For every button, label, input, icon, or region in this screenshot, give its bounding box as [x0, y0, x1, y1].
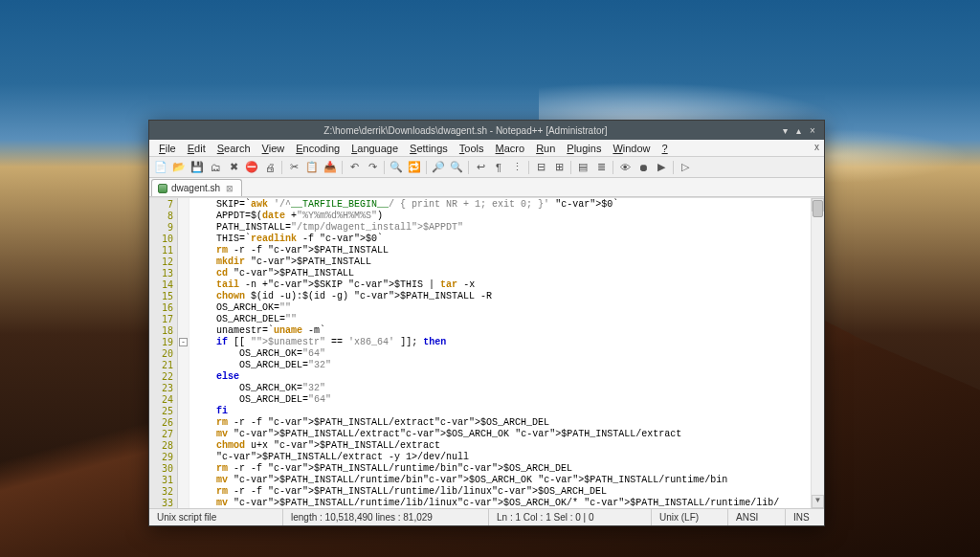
undo-button[interactable]: ↶ [345, 159, 363, 176]
code-line[interactable]: "c-var">$PATH_INSTALL/extract -y 1>/dev/… [193, 452, 824, 463]
file-tab[interactable]: dwagent.sh ⊠ [151, 179, 242, 196]
redo-button[interactable]: ↷ [364, 159, 381, 176]
code-line[interactable]: if [[ "">$unamestr" == 'x86_64' ]]; then [193, 337, 824, 348]
line-number: 22 [149, 371, 173, 383]
zoom-in-button[interactable]: 🔎 [430, 159, 447, 176]
maximize-button[interactable]: ▴ [791, 125, 805, 136]
code-line[interactable]: rm -r -f "c-var">$PATH_INSTALL/extract"c… [193, 417, 824, 429]
status-eol: Unix (LF) [652, 509, 728, 525]
code-line[interactable]: OS_ARCH_OK="32" [193, 383, 824, 394]
menu-edit[interactable]: Edit [182, 143, 212, 154]
line-number: 21 [149, 360, 173, 371]
menu-macro[interactable]: Macro [490, 143, 531, 154]
open-button[interactable]: 📂 [170, 159, 188, 176]
code-line[interactable]: chown $(id -u):$(id -g) "c-var">$PATH_IN… [193, 291, 824, 302]
desktop-wallpaper: Z:\home\derrik\Downloads\dwagent.sh - No… [0, 0, 980, 557]
tab-label: dwagent.sh [171, 183, 220, 193]
line-number: 28 [149, 440, 173, 452]
monitor-button[interactable]: 👁 [616, 159, 634, 176]
code-line[interactable]: mkdir "c-var">$PATH_INSTALL [193, 256, 824, 268]
menu-settings[interactable]: Settings [404, 143, 454, 154]
print-button[interactable]: 🖨 [261, 159, 278, 176]
code-line[interactable]: SKIP=`awk '/^__TARFILE_BEGIN__/ { print … [193, 199, 824, 211]
line-number: 13 [149, 268, 173, 279]
close-document-button[interactable]: x [809, 142, 820, 153]
code-area[interactable]: SKIP=`awk '/^__TARFILE_BEGIN__/ { print … [189, 198, 824, 508]
tab-close-icon[interactable]: ⊠ [226, 184, 234, 193]
func-list-button[interactable]: ≣ [592, 159, 610, 176]
zoom-out-button[interactable]: 🔍 [448, 159, 465, 176]
vertical-scrollbar[interactable]: ▲ ▼ [811, 198, 824, 508]
code-line[interactable]: fi [193, 406, 824, 417]
line-gutter: 7891011121314151617181920212223242526272… [149, 198, 178, 508]
menu-plugins[interactable]: Plugins [561, 143, 607, 154]
code-line[interactable]: else [193, 371, 824, 383]
new-file-button[interactable]: 📄 [152, 159, 169, 176]
titlebar[interactable]: Z:\home\derrik\Downloads\dwagent.sh - No… [149, 121, 824, 140]
code-line[interactable]: mv "c-var">$PATH_INSTALL/runtime/lib/lin… [193, 498, 824, 508]
status-filetype: Unix script file [149, 509, 283, 525]
doc-map-button[interactable]: ▤ [574, 159, 591, 176]
menu-run[interactable]: Run [530, 143, 561, 154]
show-all-button[interactable]: ¶ [490, 159, 507, 176]
save-button[interactable]: 💾 [189, 159, 206, 176]
line-number: 14 [149, 279, 173, 291]
replace-button[interactable]: 🔁 [406, 159, 423, 176]
menu-?[interactable]: ? [657, 143, 674, 154]
toolbar-separator [468, 161, 469, 174]
code-line[interactable]: THIS=`readlink -f "c-var">$0` [193, 234, 824, 245]
scroll-thumb[interactable] [813, 200, 823, 217]
find-button[interactable]: 🔍 [388, 159, 405, 176]
status-encoding: ANSI [728, 509, 786, 525]
fold-column: -- [178, 198, 189, 508]
save-all-button[interactable]: 🗂 [207, 159, 224, 176]
wrap-button[interactable]: ↩ [472, 159, 489, 176]
fold-all-button[interactable]: ⊟ [532, 159, 549, 176]
code-line[interactable]: OS_ARCH_OK="64" [193, 348, 824, 360]
code-line[interactable]: cd "c-var">$PATH_INSTALL [193, 268, 824, 279]
code-line[interactable]: OS_ARCH_OK="" [193, 302, 824, 314]
close-window-button[interactable]: × [805, 125, 820, 136]
code-line[interactable]: mv "c-var">$PATH_INSTALL/runtime/bin"c-v… [193, 475, 824, 486]
toolbar-separator [570, 161, 571, 174]
unfold-all-button[interactable]: ⊞ [550, 159, 568, 176]
run-button[interactable]: ▷ [677, 159, 694, 176]
line-number: 20 [149, 348, 173, 360]
fold-toggle[interactable]: - [179, 338, 188, 346]
copy-button[interactable]: 📋 [303, 159, 321, 176]
code-line[interactable]: rm -r -f "c-var">$PATH_INSTALL [193, 245, 824, 256]
play-button[interactable]: ▶ [653, 159, 670, 176]
indent-guide-button[interactable]: ⋮ [508, 159, 525, 176]
scroll-down-arrow[interactable]: ▼ [812, 495, 824, 508]
line-number: 31 [149, 475, 173, 486]
status-length: length : 10,518,490 lines : 81,029 [283, 509, 489, 525]
code-line[interactable]: rm -r -f "c-var">$PATH_INSTALL/runtime/l… [193, 486, 824, 498]
menu-view[interactable]: View [256, 143, 291, 154]
minimize-button[interactable]: ▾ [778, 125, 791, 136]
line-number: 8 [149, 211, 173, 222]
line-number: 16 [149, 302, 173, 314]
code-line[interactable]: mv "c-var">$PATH_INSTALL/extract"c-var">… [193, 429, 824, 440]
code-line[interactable]: PATH_INSTALL="/tmp/dwagent_install">$APP… [193, 222, 824, 234]
close-button[interactable]: ✖ [225, 159, 242, 176]
record-button[interactable]: ⏺ [635, 159, 652, 176]
paste-button[interactable]: 📥 [322, 159, 339, 176]
menu-tools[interactable]: Tools [454, 143, 490, 154]
code-line[interactable]: rm -r -f "c-var">$PATH_INSTALL/runtime/b… [193, 463, 824, 475]
cut-button[interactable]: ✂ [285, 159, 302, 176]
line-number: 10 [149, 234, 173, 245]
menu-window[interactable]: Window [607, 143, 656, 154]
code-line[interactable]: APPDT=$(date +"%Y%m%d%H%M%S") [193, 211, 824, 222]
menu-encoding[interactable]: Encoding [290, 143, 345, 154]
menu-language[interactable]: Language [345, 143, 404, 154]
close-all-button[interactable]: ⛔ [243, 159, 260, 176]
code-line[interactable]: chmod u+x "c-var">$PATH_INSTALL/extract [193, 440, 824, 452]
code-line[interactable]: OS_ARCH_DEL="64" [193, 394, 824, 406]
menu-search[interactable]: Search [212, 143, 256, 154]
code-line[interactable]: OS_ARCH_DEL="" [193, 314, 824, 325]
code-line[interactable]: unamestr=`uname -m` [193, 325, 824, 337]
code-line[interactable]: tail -n +"c-var">$SKIP "c-var">$THIS | t… [193, 279, 824, 291]
menu-file[interactable]: File [153, 143, 182, 154]
code-line[interactable]: OS_ARCH_DEL="32" [193, 360, 824, 371]
line-number: 27 [149, 429, 173, 440]
